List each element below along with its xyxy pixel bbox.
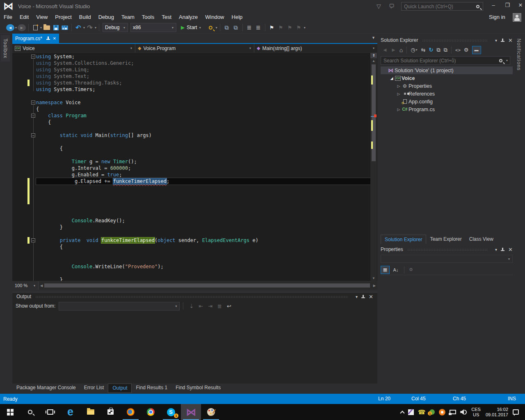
start-debugging-button[interactable]: ▶ Start ▾ bbox=[181, 23, 201, 32]
close-icon[interactable]: ✕ bbox=[369, 294, 373, 300]
code-line-3[interactable]: using System.Linq; bbox=[36, 66, 370, 73]
clear-all-icon[interactable]: ≣ bbox=[217, 303, 222, 309]
code-line-2[interactable]: using System.Collections.Generic; bbox=[36, 60, 370, 66]
scroll-right-arrow[interactable]: ▶ bbox=[372, 284, 377, 288]
scroll-up-arrow[interactable]: ▲ bbox=[370, 58, 377, 64]
code-line-19[interactable]: g.Enabled = true; bbox=[36, 171, 370, 178]
save-button[interactable] bbox=[52, 23, 60, 32]
properties-title-bar[interactable]: Properties ▾ ✕ bbox=[381, 245, 513, 253]
tree-item-properties[interactable]: ▷⚙Properties bbox=[381, 82, 513, 90]
panel-grip[interactable] bbox=[407, 249, 487, 251]
taskbar-start-icon[interactable] bbox=[0, 404, 20, 420]
taskbar-firefox-icon[interactable] bbox=[121, 404, 141, 420]
clear-bookmarks-button[interactable]: ⚑ bbox=[295, 23, 303, 32]
code-line-32[interactable] bbox=[36, 257, 370, 263]
tree-item-voice[interactable]: ◢C#Voice bbox=[381, 74, 513, 82]
find-dropdown[interactable]: ▾ bbox=[216, 26, 217, 30]
toolbar-overflow-button[interactable]: ▾ bbox=[304, 26, 306, 30]
previous-message-icon[interactable]: ⇤ bbox=[199, 303, 203, 309]
minimize-button[interactable]: – bbox=[486, 0, 500, 11]
taskbar-task-view-icon[interactable] bbox=[40, 404, 60, 420]
code-lines[interactable]: using System;using System.Collections.Ge… bbox=[36, 53, 370, 281]
code-line-35[interactable]: } bbox=[36, 276, 370, 281]
restore-button[interactable]: ❐ bbox=[500, 0, 514, 11]
menu-edit[interactable]: Edit bbox=[16, 13, 32, 21]
search-options-dropdown[interactable]: ▾ bbox=[506, 59, 508, 62]
code-line-20[interactable]: g.Elapsed += funkceTimerElapsed; bbox=[36, 178, 370, 185]
fold-collapse-icon[interactable]: − bbox=[31, 133, 35, 137]
navigate-to-button[interactable]: ⧉ bbox=[232, 23, 240, 32]
volume-tray-icon[interactable] bbox=[460, 409, 467, 415]
quick-launch-box[interactable] bbox=[401, 2, 483, 11]
network-tray-icon[interactable] bbox=[450, 410, 456, 414]
menu-window[interactable]: Window bbox=[201, 13, 228, 21]
menu-test[interactable]: Test bbox=[158, 13, 175, 21]
solution-explorer-search-box[interactable]: ▾ bbox=[381, 56, 510, 65]
previous-bookmark-button[interactable]: ⚑ bbox=[277, 23, 285, 32]
forward-icon[interactable]: ► bbox=[391, 47, 396, 53]
taskbar-store-icon[interactable] bbox=[100, 404, 121, 420]
tab-solution-explorer[interactable]: Solution Explorer bbox=[381, 235, 426, 244]
collapse-all-icon[interactable]: ⧉ bbox=[436, 47, 440, 53]
next-bookmark-button[interactable]: ⚑ bbox=[286, 23, 294, 32]
menu-file[interactable]: File bbox=[0, 13, 16, 21]
clock[interactable]: 16:02 09.01.2017 bbox=[486, 407, 508, 418]
taskbar-paint-icon[interactable] bbox=[201, 404, 221, 420]
fold-collapse-icon[interactable]: − bbox=[31, 238, 35, 242]
code-line-1[interactable]: using System; bbox=[36, 53, 370, 60]
code-line-26[interactable]: Console.ReadKey(); bbox=[36, 217, 370, 224]
window-position-dropdown[interactable]: ▾ bbox=[495, 247, 497, 252]
redo-dropdown[interactable]: ▾ bbox=[95, 26, 96, 30]
properties-wrench-icon[interactable]: ⚙ bbox=[464, 47, 469, 53]
code-line-11[interactable]: { bbox=[36, 119, 370, 126]
output-title-bar[interactable]: Output ▾ ✕ bbox=[12, 292, 377, 301]
code-line-8[interactable]: namespace Voice bbox=[36, 99, 370, 106]
code-line-34[interactable] bbox=[36, 270, 370, 276]
horizontal-scrollbar-thumb[interactable] bbox=[44, 283, 370, 288]
language-indicator[interactable]: CES US bbox=[471, 407, 481, 418]
code-line-22[interactable] bbox=[36, 191, 370, 198]
panel-grip[interactable] bbox=[422, 39, 487, 41]
menu-project[interactable]: Project bbox=[51, 13, 75, 21]
code-line-15[interactable]: { bbox=[36, 145, 370, 152]
pin-icon[interactable] bbox=[501, 39, 504, 42]
back-icon[interactable]: ◄ bbox=[382, 47, 388, 53]
taskbar-edge-icon[interactable]: e bbox=[60, 404, 80, 420]
window-position-dropdown[interactable]: ▾ bbox=[495, 38, 497, 43]
tree-item-references[interactable]: ▷References bbox=[381, 90, 513, 98]
next-message-icon[interactable]: ⇥ bbox=[208, 303, 212, 309]
taskbar-skype-icon[interactable]: S1 bbox=[161, 404, 181, 420]
code-line-23[interactable] bbox=[36, 198, 370, 204]
open-file-button[interactable] bbox=[43, 23, 51, 32]
code-line-21[interactable] bbox=[36, 185, 370, 191]
increase-indent-button[interactable]: ≣ bbox=[254, 23, 262, 32]
code-line-27[interactable]: } bbox=[36, 224, 370, 231]
tab-error-list[interactable]: Error List bbox=[80, 383, 108, 393]
tab-output[interactable]: Output bbox=[108, 383, 132, 393]
taskbar-chrome-icon[interactable] bbox=[141, 404, 161, 420]
sign-in-link[interactable]: Sign in bbox=[489, 14, 505, 20]
code-line-9[interactable]: { bbox=[36, 106, 370, 112]
code-line-18[interactable]: g.Interval = 600000; bbox=[36, 165, 370, 171]
tab-team-explorer[interactable]: Team Explorer bbox=[426, 235, 465, 244]
member-dropdown[interactable]: ◆ Main(string[] args)▾ bbox=[254, 44, 377, 52]
new-project-button[interactable]: ✦ bbox=[31, 23, 39, 32]
code-line-28[interactable] bbox=[36, 231, 370, 237]
code-line-6[interactable]: using System.Timers; bbox=[36, 86, 370, 93]
tab-find-results-1[interactable]: Find Results 1 bbox=[132, 383, 171, 393]
new-project-dropdown[interactable]: ▾ bbox=[40, 26, 42, 30]
project-dropdown[interactable]: C# Voice▾ bbox=[12, 44, 135, 52]
quick-launch-input[interactable] bbox=[402, 4, 476, 9]
code-line-30[interactable]: { bbox=[36, 244, 370, 250]
split-editor-handle[interactable]: ⇕ bbox=[370, 53, 377, 58]
code-line-4[interactable]: using System.Text; bbox=[36, 73, 370, 80]
close-icon[interactable]: ✕ bbox=[508, 247, 513, 253]
scroll-left-arrow[interactable]: ◀ bbox=[39, 284, 44, 288]
tab-class-view[interactable]: Class View bbox=[466, 235, 497, 244]
phone-tray-icon[interactable]: ☎ bbox=[418, 409, 426, 416]
code-line-12[interactable] bbox=[36, 126, 370, 132]
code-line-10[interactable]: class Program bbox=[36, 112, 370, 119]
view-code-icon[interactable]: <> bbox=[455, 48, 461, 52]
fold-collapse-icon[interactable]: − bbox=[31, 55, 35, 59]
feedback-filter-icon[interactable]: ▽ bbox=[377, 3, 381, 9]
